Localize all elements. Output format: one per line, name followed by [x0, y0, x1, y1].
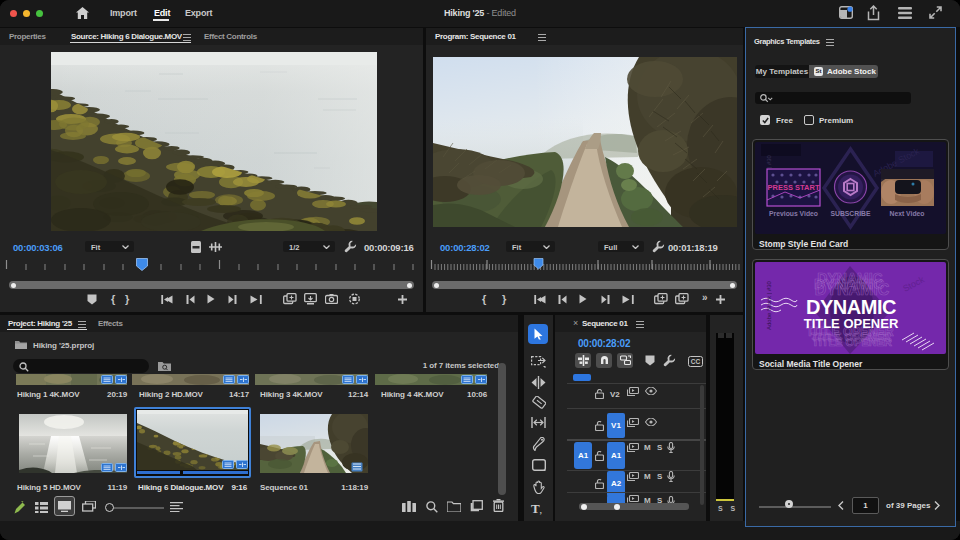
svg-text:Previous Video: Previous Video	[769, 210, 818, 217]
svg-text:Adobe Stock | #30: Adobe Stock | #30	[766, 280, 772, 330]
svg-text:DYNAMIC: DYNAMIC	[806, 296, 896, 318]
svg-text:PRESS START: PRESS START	[768, 183, 820, 192]
svg-text:TITLE OPENER: TITLE OPENER	[811, 331, 891, 343]
svg-text:SUBSCRIBE: SUBSCRIBE	[830, 210, 870, 217]
svg-text:Next Video: Next Video	[889, 210, 924, 217]
svg-text:TITLE OPENER: TITLE OPENER	[804, 316, 899, 331]
svg-text:DYNAMIC: DYNAMIC	[814, 275, 884, 292]
